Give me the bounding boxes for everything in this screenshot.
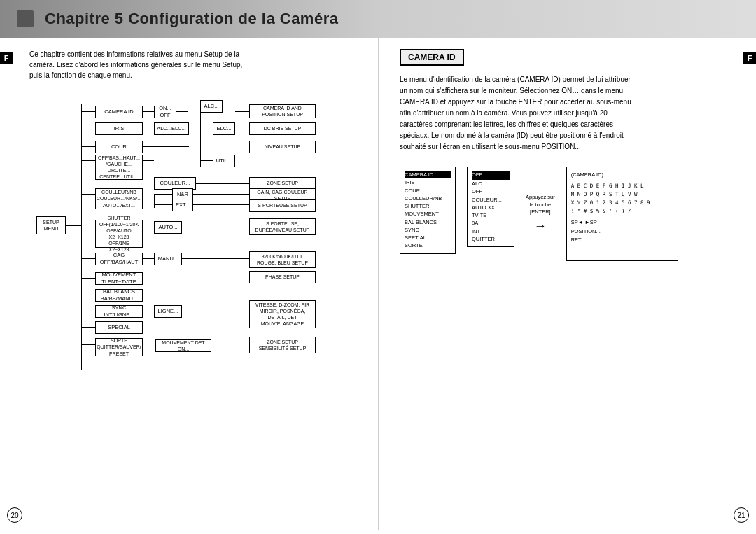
right-arrow: → (534, 219, 547, 234)
cam-bal: BAL BLANCS (405, 218, 451, 226)
cam-cour: COUR (405, 187, 451, 195)
sp-label: SP◄ ►SP (571, 218, 673, 227)
balblancs-box: BAL BLANCSBA/BB/MANU... (95, 289, 143, 302)
content-area: F Ce chapitre contient des informations … (0, 38, 756, 530)
iris-box: IRIS (95, 122, 143, 135)
cam-char-box: (CAMERA ID) A B C D E F G H I J K L M N … (566, 167, 678, 261)
cam-id-and-box: CAMERA ID ANDPOSITION SETUP (249, 104, 316, 118)
k3500-box: 3200K/5600K/UTILROUGE, BLEU SETUP (249, 251, 316, 268)
auto-box: AUTO... (154, 221, 182, 234)
char-set: A B C D E F G H I J K L M N O P Q R S T … (571, 182, 673, 216)
intro-text: Ce chapitre contient des informations re… (29, 49, 337, 80)
cam-shutter: SHUTTER (405, 202, 451, 210)
cam-right-title: (CAMERA ID) (571, 171, 673, 180)
alc-box: ALC... (200, 100, 223, 113)
sorte-box: SORTEQUITTER/SAUVER/PRESET (95, 338, 143, 356)
cam-mouv: MOUVEMENT (405, 210, 451, 218)
menu-diagram: SETUPMENU CAMERA ID ON...OFF ALC... IR (36, 90, 386, 398)
cam-enter-area: Appuyez surla touche[ENTER] → (526, 167, 555, 261)
page-num-right: 21 (734, 507, 749, 523)
cam-sorte: SORTE (405, 241, 451, 249)
zone2-box: ZONE SETUPSENSIBILITÉ SETUP (249, 337, 316, 353)
cam-spetial: SPETIAL (405, 234, 451, 241)
camera-id-box: CAMERA ID (95, 106, 143, 118)
appuyez-label: Appuyez surla touche[ENTER] (526, 194, 555, 216)
cam-menu-box: CAMERA ID IRIS COUR COULLEUR/NB SHUTTER … (400, 167, 456, 261)
on-box: ON...OFF (154, 106, 176, 118)
alc-elc-box: ALC...ELC... (154, 122, 189, 135)
f-badge-left: F (0, 52, 13, 64)
page-header: Chapitre 5 Configuration de la Caméra (0, 0, 756, 38)
shutter-box: SHUTTEROFF(1/100~1/20KOFF/AUTO X2~X128OF… (95, 220, 143, 248)
cam-iris: IRIS (405, 178, 451, 186)
page-title: Chapitre 5 Configuration de la Caméra (45, 10, 338, 28)
phase-box: PHASE SETUP (249, 271, 316, 283)
cam-id-diagram: CAMERA ID IRIS COUR COULLEUR/NB SHUTTER … (400, 167, 724, 261)
elc-box: ELC... (213, 122, 235, 135)
cour-box: COUR (95, 141, 143, 153)
cag-box: CAGOFF/BAS/HAUT (95, 253, 143, 265)
offbas-box: OFF/BAS...HAUT.../GAUCHE...DROITE...CENT… (95, 155, 143, 180)
section-title: CAMERA ID (400, 49, 464, 66)
s-port-dur-box: S PORTEUSE,DURÉE/NIVEAU SETUP (249, 218, 316, 235)
cam-values-box: OFF ALC... OFF COULEUR... AUTO XX TVITE … (467, 167, 514, 261)
ext-box: EXT... (172, 199, 193, 211)
setup-menu-box: SETUPMENU (36, 216, 66, 234)
cam-id-selected: CAMERA ID (405, 171, 451, 178)
left-panel: F Ce chapitre contient des informations … (0, 38, 378, 530)
util-box: UTIL... (213, 155, 235, 167)
ret-label: RET (571, 236, 673, 245)
cam-sync: SYNC (405, 226, 451, 234)
right-panel: F CAMERA ID Le menu d'identification de … (378, 38, 756, 530)
ligne-box: LIGNE... (154, 305, 182, 318)
dotted: ……………………… (571, 248, 673, 257)
position-label: POSITION... (571, 227, 673, 237)
mouv-det-box: MOUVEMENT DET ON... (155, 339, 211, 352)
mouv-box: MOUVEMENTTLENT~TVITE (95, 272, 143, 285)
s-port-box: S PORTEUSE SETUP (249, 199, 316, 212)
desc-text: Le menu d'identification de la caméra (C… (400, 74, 724, 153)
dc-bris-box: DC BRIS SETUP (249, 122, 316, 135)
diagram-lines (36, 90, 386, 398)
chapter-icon (17, 10, 34, 27)
cam-coulleur: COULLEUR/NB (405, 195, 451, 202)
coul-nb-box: COULLEUR/NBCOULEUR.../NKS/...AUTO.../EXT… (95, 188, 143, 209)
page-num-left: 20 (7, 507, 22, 523)
niveau-box: NIVEAU SETUP (249, 141, 316, 153)
sync-box: SYNCINT/LIGNE... (95, 305, 143, 318)
f-badge-right: F (743, 52, 756, 64)
manu-box: MANU... (154, 253, 182, 265)
special-box: SPECIAL (95, 321, 143, 334)
vitesse-box: VITESSE, D-ZOOM, PIRMIROIR, POSNÉGA,DETA… (249, 300, 316, 328)
